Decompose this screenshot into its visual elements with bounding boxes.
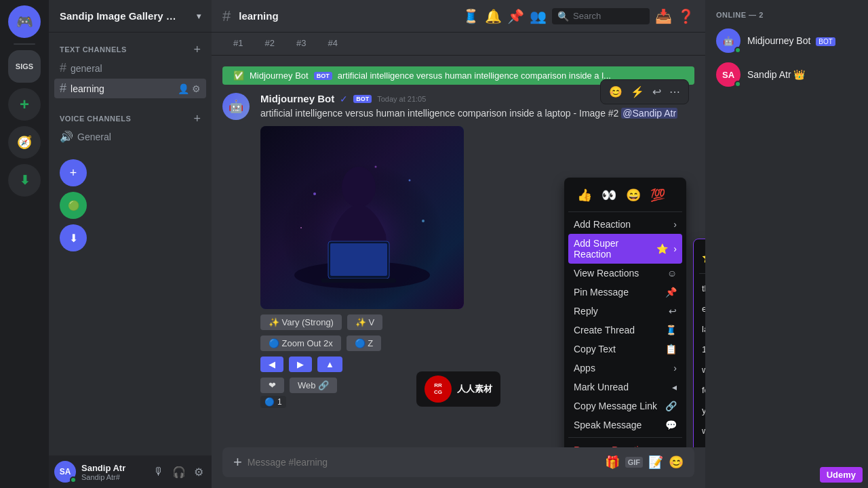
- tab-1[interactable]: #1: [222, 33, 254, 55]
- super-reaction-fork-knife[interactable]: fork_and_knife 🍴: [699, 380, 705, 400]
- bot-avatar: 🤖: [222, 93, 250, 120]
- explore-icon[interactable]: +: [60, 159, 87, 186]
- context-apps[interactable]: Apps ›: [568, 359, 682, 378]
- emoji-picker-icon[interactable]: 😊: [669, 455, 684, 470]
- channel-settings-icon[interactable]: ⚙: [192, 83, 201, 94]
- super-reaction-star-icon: ⭐: [702, 252, 705, 263]
- online-user-sandip[interactable]: SA Sandip Atr 👑: [711, 58, 863, 91]
- server-header[interactable]: Sandip Image Gallery Se... ▾: [49, 0, 212, 33]
- message-input-box[interactable]: + 🎁 GIF 📝 😊: [222, 447, 694, 477]
- midjourney-avatar: 🤖: [716, 28, 741, 53]
- vary-strong-button[interactable]: ✨ Vary (Strong): [260, 314, 342, 330]
- go-live-icon[interactable]: 🟢: [60, 192, 87, 219]
- inbox-icon[interactable]: 📥: [655, 8, 672, 24]
- context-view-reactions[interactable]: View Reactions ☺: [568, 264, 682, 283]
- notif-bot-badge: BOT: [314, 72, 332, 80]
- messages-area[interactable]: ✅ Midjourney Bot BOT artificial intellig…: [212, 56, 705, 447]
- bell-icon[interactable]: 🔔: [485, 8, 502, 24]
- download-app-icon[interactable]: ⬇: [60, 224, 87, 251]
- context-menu: 👍 👀 😄 💯 Add Reaction › Add Super Reactio…: [564, 178, 686, 447]
- sticker-icon[interactable]: 📝: [648, 455, 663, 470]
- reply-action-icon[interactable]: ↩: [650, 83, 664, 101]
- channel-member-icon[interactable]: 👤: [178, 83, 189, 94]
- pin-icon[interactable]: 📌: [507, 8, 524, 24]
- zoom-out-button[interactable]: 🔵 Zoom Out 2x: [260, 336, 341, 351]
- emoji-action-icon[interactable]: 😊: [606, 83, 625, 101]
- search-bar[interactable]: 🔍 Search: [552, 8, 650, 24]
- hashtag-icon[interactable]: 🧵: [462, 8, 479, 24]
- heart-button[interactable]: ❤: [260, 378, 284, 393]
- vary-subtle-button[interactable]: ✨ V: [347, 314, 382, 330]
- main-content: # learning 🧵 🔔 📌 👥 🔍 Search 📥 ❓ #1 #2 #3…: [212, 0, 705, 488]
- super-reaction-100[interactable]: 100 💯: [699, 339, 705, 359]
- emoji-100[interactable]: 💯: [647, 184, 669, 206]
- download-icon[interactable]: ⬇: [8, 164, 41, 197]
- context-copy-text[interactable]: Copy Text 📋: [568, 340, 682, 359]
- discord-icon[interactable]: 🎮: [8, 5, 41, 38]
- tab-2[interactable]: #2: [254, 33, 285, 55]
- search-placeholder: Search: [573, 11, 601, 21]
- add-channel-icon[interactable]: +: [193, 43, 201, 56]
- add-attachment-icon[interactable]: +: [233, 453, 242, 471]
- user-name: Sandip Atr: [81, 463, 145, 473]
- super-reaction-yum[interactable]: yum 😋: [699, 400, 705, 420]
- message-image: [260, 126, 464, 309]
- online-status-dot: [70, 476, 77, 483]
- context-add-super-reaction[interactable]: Add Super Reaction ⭐ ›: [568, 234, 682, 264]
- super-reaction-tired-face[interactable]: tired_face 😫: [699, 441, 705, 447]
- super-reaction-eyes[interactable]: eyes 👀: [699, 298, 705, 319]
- arrow-left-button[interactable]: ◀: [260, 357, 283, 372]
- gift-icon[interactable]: 🎁: [605, 455, 620, 470]
- voice-channel-general[interactable]: 🔊 General: [54, 127, 206, 146]
- headphone-icon[interactable]: 🎧: [170, 463, 189, 481]
- more-action-icon[interactable]: ⋯: [667, 83, 683, 101]
- emoji-eyes[interactable]: 👀: [598, 184, 620, 206]
- context-copy-label: Copy Text: [574, 344, 660, 354]
- context-mark-unread[interactable]: Mark Unread ◂: [568, 378, 682, 396]
- super-reaction-action-icon[interactable]: ⚡: [628, 83, 647, 101]
- arrow-right-button[interactable]: ▶: [289, 357, 312, 372]
- context-create-thread[interactable]: Create Thread 🧵: [568, 321, 682, 340]
- help-icon[interactable]: ❓: [677, 8, 694, 24]
- online-user-midjourney[interactable]: 🤖 Midjourney Bot BOT: [711, 24, 863, 57]
- add-server-icon[interactable]: +: [8, 88, 41, 121]
- voice-channels-label: VOICE CHANNELS: [60, 115, 131, 123]
- zoom-button-2[interactable]: 🔵 Z: [347, 336, 382, 351]
- settings-icon[interactable]: ⚙: [191, 463, 206, 481]
- tab-3[interactable]: #3: [285, 33, 317, 55]
- svg-point-8: [313, 192, 316, 195]
- context-add-reaction[interactable]: Add Reaction ›: [568, 215, 682, 234]
- reaction-name-fork-knife: fork_and_knife: [702, 385, 705, 395]
- channel-item-learning[interactable]: # learning 👤 ⚙: [54, 79, 206, 98]
- microphone-icon[interactable]: 🎙: [151, 463, 167, 481]
- discover-icon[interactable]: 🧭: [8, 126, 41, 159]
- super-reaction-laughing[interactable]: laughing 😄: [699, 319, 705, 339]
- arrow-up-button[interactable]: ▲: [317, 357, 342, 372]
- context-copy-link[interactable]: Copy Message Link 🔗: [568, 396, 682, 415]
- context-remove-reactions[interactable]: Remove Reactions ›: [568, 441, 682, 447]
- super-reaction-weary[interactable]: weary 😩: [699, 420, 705, 441]
- reaction-name-yum: yum: [702, 405, 705, 415]
- emoji-laughing[interactable]: 😄: [623, 184, 644, 206]
- reaction-name-laughing: laughing: [702, 324, 705, 334]
- user-info: Sandip Atr Sandip Atr#: [81, 463, 145, 481]
- tab-4[interactable]: #4: [317, 33, 348, 55]
- members-icon[interactable]: 👥: [530, 8, 547, 24]
- sidebar-footer: SA Sandip Atr Sandip Atr# 🎙 🎧 ⚙: [49, 455, 212, 488]
- server-icon-sigs[interactable]: SIGS: [8, 50, 41, 83]
- context-super-reaction-label: Add Super Reaction: [574, 238, 651, 260]
- web-button[interactable]: Web 🔗: [290, 378, 337, 393]
- context-pin-message[interactable]: Pin Message 📌: [568, 283, 682, 302]
- emoji-thumbsup[interactable]: 👍: [574, 184, 595, 206]
- channel-item-general[interactable]: # general: [54, 58, 206, 78]
- reaction-button[interactable]: 🔵 1: [260, 396, 286, 408]
- add-voice-channel-icon[interactable]: +: [193, 113, 201, 125]
- reaction-count: 1: [277, 397, 282, 407]
- context-speak-message[interactable]: Speak Message 💬: [568, 415, 682, 434]
- gif-icon[interactable]: GIF: [625, 457, 643, 468]
- message-input[interactable]: [248, 457, 599, 468]
- context-reply[interactable]: Reply ↩: [568, 302, 682, 321]
- input-icons: 🎁 GIF 📝 😊: [605, 455, 684, 470]
- super-reaction-watermelon[interactable]: watermelon 🍉: [699, 359, 705, 380]
- super-reaction-thumbsup[interactable]: thumbsup 👍: [699, 278, 705, 298]
